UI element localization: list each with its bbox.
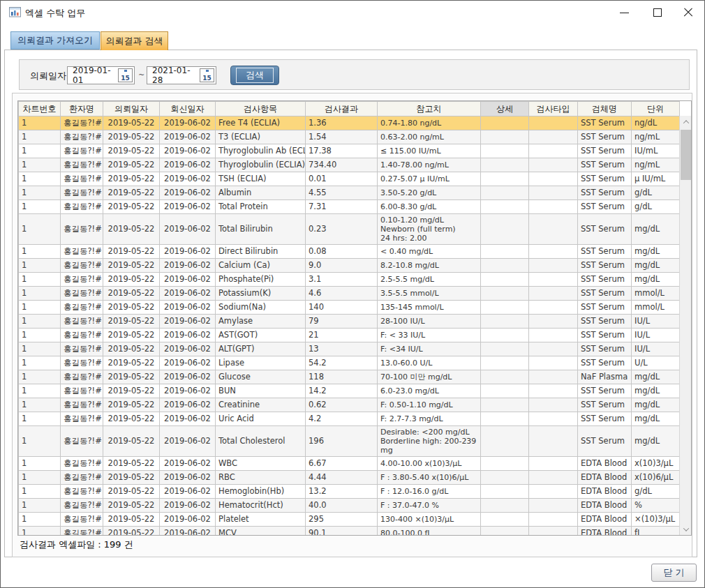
cell-patient[interactable]: 홍길동?!# bbox=[61, 471, 103, 485]
cell-reply-date[interactable]: 2019-06-02 bbox=[160, 513, 216, 527]
cell-patient[interactable]: 홍길동?!# bbox=[61, 513, 103, 527]
cell-request-date[interactable]: 2019-05-22 bbox=[103, 370, 160, 384]
cell-specimen[interactable]: SST Serum bbox=[578, 214, 632, 245]
cell-unit[interactable]: fL bbox=[632, 527, 680, 536]
cell-chart-no[interactable]: 1 bbox=[19, 273, 61, 287]
cell-test-type[interactable] bbox=[529, 116, 578, 130]
cell-reference[interactable]: 8.2-10.8 mg/dL bbox=[378, 259, 481, 273]
cell-chart-no[interactable]: 1 bbox=[19, 130, 61, 144]
cell-chart-no[interactable]: 1 bbox=[19, 513, 61, 527]
cell-detail[interactable] bbox=[481, 499, 529, 513]
cell-reference[interactable]: 70-100 미만 mg/dL bbox=[378, 370, 481, 384]
cell-chart-no[interactable]: 1 bbox=[19, 412, 61, 426]
cell-test-item[interactable]: Thyroglobulin (ECLIA) bbox=[216, 158, 306, 172]
cell-reply-date[interactable]: 2019-06-02 bbox=[160, 426, 216, 457]
cell-unit[interactable]: IU/mL bbox=[632, 144, 680, 158]
cell-result[interactable]: 734.40 bbox=[306, 158, 378, 172]
cell-reference[interactable]: 3.50-5.20 g/dL bbox=[378, 186, 481, 200]
cell-test-item[interactable]: Hematocrit(Hct) bbox=[216, 499, 306, 513]
cell-test-item[interactable]: ALT(GPT) bbox=[216, 342, 306, 356]
cell-patient[interactable]: 홍길동?!# bbox=[61, 301, 103, 315]
cell-patient[interactable]: 홍길동?!# bbox=[61, 356, 103, 370]
cell-result[interactable]: 9.0 bbox=[306, 259, 378, 273]
cell-specimen[interactable]: EDTA Blood bbox=[578, 513, 632, 527]
cell-specimen[interactable]: SST Serum bbox=[578, 200, 632, 214]
cell-unit[interactable]: ng/dL bbox=[632, 116, 680, 130]
cell-detail[interactable] bbox=[481, 186, 529, 200]
cell-specimen[interactable]: SST Serum bbox=[578, 329, 632, 342]
cell-reply-date[interactable]: 2019-06-02 bbox=[160, 370, 216, 384]
cell-test-type[interactable] bbox=[529, 527, 578, 536]
cell-reference[interactable]: 0.74-1.80 ng/dL bbox=[378, 116, 481, 130]
cell-chart-no[interactable]: 1 bbox=[19, 186, 61, 200]
cell-chart-no[interactable]: 1 bbox=[19, 200, 61, 214]
cell-chart-no[interactable]: 1 bbox=[19, 245, 61, 259]
cell-test-item[interactable]: Glucose bbox=[216, 370, 306, 384]
cell-chart-no[interactable]: 1 bbox=[19, 329, 61, 342]
table-row[interactable]: 1홍길동?!#2019-05-222019-06-02Glucose11870-… bbox=[19, 370, 680, 384]
table-row[interactable]: 1홍길동?!#2019-05-222019-06-02Thyroglobulin… bbox=[19, 158, 680, 172]
cell-patient[interactable]: 홍길동?!# bbox=[61, 287, 103, 301]
cell-test-type[interactable] bbox=[529, 513, 578, 527]
table-row[interactable]: 1홍길동?!#2019-05-222019-06-02T3 (ECLIA)1.5… bbox=[19, 130, 680, 144]
cell-test-type[interactable] bbox=[529, 200, 578, 214]
cell-detail[interactable] bbox=[481, 116, 529, 130]
cell-request-date[interactable]: 2019-05-22 bbox=[103, 329, 160, 342]
cell-reply-date[interactable]: 2019-06-02 bbox=[160, 116, 216, 130]
cell-reply-date[interactable]: 2019-06-02 bbox=[160, 457, 216, 471]
cell-request-date[interactable]: 2019-05-22 bbox=[103, 186, 160, 200]
cell-reference[interactable]: 6.00-8.30 g/dL bbox=[378, 200, 481, 214]
table-row[interactable]: 1홍길동?!#2019-05-222019-06-02AST(GOT)21F: … bbox=[19, 329, 680, 342]
cell-reference[interactable]: 2.5-5.5 mg/dL bbox=[378, 273, 481, 287]
cell-reference[interactable]: F : 37.0-47.0 % bbox=[378, 499, 481, 513]
table-row[interactable]: 1홍길동?!#2019-05-222019-06-02Calcium (Ca)9… bbox=[19, 259, 680, 273]
close-window-button[interactable] bbox=[678, 6, 699, 20]
cell-detail[interactable] bbox=[481, 412, 529, 426]
cell-specimen[interactable]: SST Serum bbox=[578, 287, 632, 301]
cell-chart-no[interactable]: 1 bbox=[19, 116, 61, 130]
cell-result[interactable]: 13 bbox=[306, 342, 378, 356]
table-row[interactable]: 1홍길동?!#2019-05-222019-06-02Amylase7928-1… bbox=[19, 315, 680, 329]
cell-test-item[interactable]: Creatinine bbox=[216, 398, 306, 412]
cell-unit[interactable]: mg/dL bbox=[632, 259, 680, 273]
table-row[interactable]: 1홍길동?!#2019-05-222019-06-02BUN14.26.0-23… bbox=[19, 384, 680, 398]
cell-specimen[interactable]: EDTA Blood bbox=[578, 457, 632, 471]
maximize-button[interactable] bbox=[647, 6, 668, 20]
cell-patient[interactable]: 홍길동?!# bbox=[61, 200, 103, 214]
table-row[interactable]: 1홍길동?!#2019-05-222019-06-02Thyroglobulin… bbox=[19, 144, 680, 158]
cell-test-type[interactable] bbox=[529, 144, 578, 158]
cell-patient[interactable]: 홍길동?!# bbox=[61, 398, 103, 412]
cell-specimen[interactable]: SST Serum bbox=[578, 130, 632, 144]
cell-specimen[interactable]: SST Serum bbox=[578, 342, 632, 356]
cell-result[interactable]: 0.62 bbox=[306, 398, 378, 412]
cell-request-date[interactable]: 2019-05-22 bbox=[103, 315, 160, 329]
cell-reference[interactable]: F : 3.80-5.40 x(10)6/μL bbox=[378, 471, 481, 485]
column-header-reply-date[interactable]: 회신일자 bbox=[160, 102, 216, 116]
cell-reply-date[interactable]: 2019-06-02 bbox=[160, 384, 216, 398]
cell-detail[interactable] bbox=[481, 259, 529, 273]
cell-request-date[interactable]: 2019-05-22 bbox=[103, 398, 160, 412]
cell-reply-date[interactable]: 2019-06-02 bbox=[160, 158, 216, 172]
cell-chart-no[interactable]: 1 bbox=[19, 499, 61, 513]
cell-test-item[interactable]: Total Bilirubin bbox=[216, 214, 306, 245]
cell-reply-date[interactable]: 2019-06-02 bbox=[160, 186, 216, 200]
cell-patient[interactable]: 홍길동?!# bbox=[61, 186, 103, 200]
column-header-result[interactable]: 검사결과 bbox=[306, 102, 378, 116]
table-row[interactable]: 1홍길동?!#2019-05-222019-06-02Free T4 (ECLI… bbox=[19, 116, 680, 130]
cell-detail[interactable] bbox=[481, 329, 529, 342]
cell-request-date[interactable]: 2019-05-22 bbox=[103, 200, 160, 214]
cell-chart-no[interactable]: 1 bbox=[19, 259, 61, 273]
cell-result[interactable]: 7.31 bbox=[306, 200, 378, 214]
cell-specimen[interactable]: EDTA Blood bbox=[578, 485, 632, 499]
cell-unit[interactable]: x(10)6/μL bbox=[632, 471, 680, 485]
cell-patient[interactable]: 홍길동?!# bbox=[61, 384, 103, 398]
cell-request-date[interactable]: 2019-05-22 bbox=[103, 527, 160, 536]
table-row[interactable]: 1홍길동?!#2019-05-222019-06-02Direct Biliru… bbox=[19, 245, 680, 259]
cell-test-type[interactable] bbox=[529, 172, 578, 186]
cell-test-type[interactable] bbox=[529, 287, 578, 301]
cell-specimen[interactable]: SST Serum bbox=[578, 116, 632, 130]
cell-reference[interactable]: 0.27-5.07 μ IU/mL bbox=[378, 172, 481, 186]
cell-patient[interactable]: 홍길동?!# bbox=[61, 116, 103, 130]
minimize-button[interactable] bbox=[614, 6, 634, 20]
cell-test-type[interactable] bbox=[529, 186, 578, 200]
